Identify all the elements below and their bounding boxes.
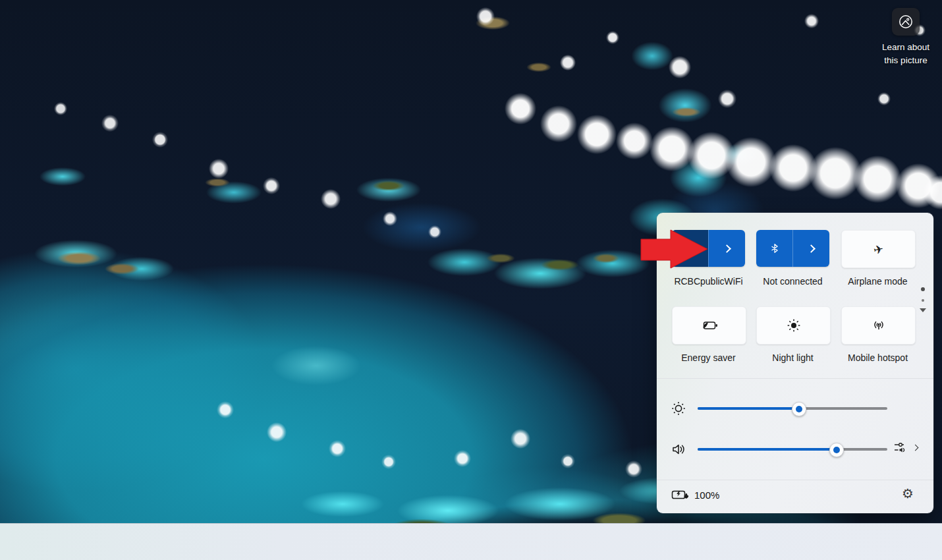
- chevron-right-icon: [723, 244, 731, 253]
- audio-mixer-icon: [894, 442, 908, 453]
- night-light-icon: [787, 318, 801, 333]
- brightness-icon: [670, 400, 687, 417]
- night-light-tile[interactable]: [756, 306, 831, 345]
- bluetooth-expand-button[interactable]: [792, 230, 829, 267]
- mobile-hotspot-tile[interactable]: [841, 306, 916, 345]
- volume-slider[interactable]: [698, 448, 887, 451]
- wifi-tile-label: RCBCpublicWiFi: [672, 276, 745, 287]
- taskbar: W 3:25 PM 10/17/202: [0, 523, 942, 560]
- energy-saver-tile-label: Energy saver: [672, 352, 745, 363]
- volume-slider-thumb[interactable]: [829, 443, 844, 457]
- brightness-slider[interactable]: [698, 407, 887, 410]
- bluetooth-icon: [769, 242, 781, 254]
- bluetooth-tile-label: Not connected: [756, 276, 829, 287]
- battery-icon: [671, 489, 690, 501]
- annotation-arrow: [638, 227, 711, 273]
- airplane-tile-label: Airplane mode: [841, 276, 914, 287]
- airplane-mode-tile[interactable]: ✈: [841, 230, 916, 268]
- annotation-arrow-shape: [641, 230, 707, 268]
- settings-gear-icon[interactable]: ⚙: [902, 486, 914, 501]
- audio-output-button[interactable]: [894, 442, 918, 453]
- night-light-tile-label: Night light: [756, 352, 829, 363]
- bluetooth-tile[interactable]: [756, 230, 829, 267]
- energy-saver-tile[interactable]: [672, 306, 746, 345]
- chevron-right-icon: [807, 244, 816, 253]
- divider: [657, 480, 933, 480]
- page-indicator-down-arrow[interactable]: [919, 308, 927, 312]
- mobile-hotspot-tile-label: Mobile hotspot: [841, 352, 914, 363]
- page-indicator-dot-2[interactable]: [919, 299, 927, 302]
- energy-saver-icon: [701, 320, 718, 331]
- volume-icon: [670, 441, 687, 458]
- divider: [657, 378, 933, 379]
- learn-about-picture[interactable]: Learn about this picture: [880, 8, 931, 67]
- airplane-icon: ✈: [872, 241, 885, 257]
- brightness-slider-thumb[interactable]: [792, 402, 806, 416]
- battery-percent-label: 100%: [694, 490, 719, 501]
- brightness-fill: [698, 407, 798, 410]
- chevron-right-icon: [912, 445, 919, 451]
- learn-about-label-line1: Learn about: [880, 41, 931, 54]
- learn-about-label-line2: this picture: [880, 54, 931, 67]
- volume-fill: [698, 448, 836, 451]
- page-indicator-dot-1[interactable]: [919, 287, 927, 291]
- wifi-expand-button[interactable]: [708, 230, 745, 267]
- bluetooth-toggle[interactable]: [756, 230, 792, 267]
- mobile-hotspot-icon: [870, 320, 887, 331]
- desktop: Learn about this picture ✈ RCBCpubli: [0, 0, 942, 560]
- picture-info-icon[interactable]: [892, 8, 920, 36]
